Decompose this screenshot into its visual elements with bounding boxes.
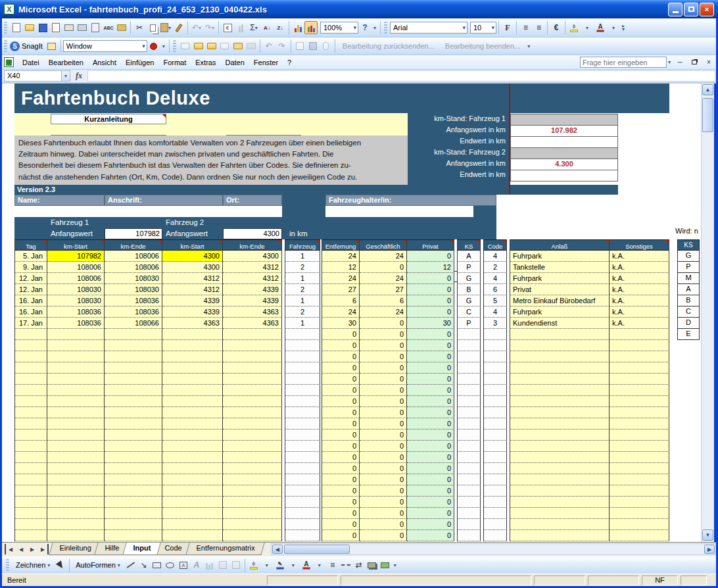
cell-privat[interactable]: 0: [407, 407, 454, 418]
tab-input[interactable]: Input: [123, 543, 161, 555]
cell-km_start2[interactable]: [162, 497, 223, 508]
cell-sonstiges[interactable]: [610, 340, 669, 351]
cell-ks[interactable]: [457, 374, 481, 385]
cell-fahrzeug[interactable]: [285, 497, 320, 508]
cell-km_ende1[interactable]: [105, 407, 162, 418]
cell-km_ende1[interactable]: 108030: [105, 273, 162, 284]
cell-km_start2[interactable]: [162, 385, 223, 396]
scroll-up-icon[interactable]: ▲: [702, 84, 713, 95]
cell-sonstiges[interactable]: [610, 374, 669, 385]
question-dropdown-icon[interactable]: ▾: [668, 59, 671, 65]
cell-sonstiges[interactable]: [610, 497, 669, 508]
cell-fahrzeug[interactable]: [285, 362, 320, 374]
cell-anlass[interactable]: [510, 418, 610, 429]
cell-km_start1[interactable]: 108036: [47, 306, 105, 318]
undo-icon[interactable]: ↶▾: [190, 21, 203, 34]
column-header[interactable]: Anlaß: [510, 239, 610, 251]
cell-fahrzeug[interactable]: [285, 385, 320, 396]
cell-km_ende2[interactable]: [223, 508, 282, 519]
cell-km_start2[interactable]: [162, 452, 223, 463]
scroll-left-icon[interactable]: ◀: [272, 545, 283, 554]
cell-km_ende1[interactable]: [105, 508, 162, 519]
cell-km_start1[interactable]: [47, 429, 105, 441]
cell-km_ende2[interactable]: 4312: [223, 262, 282, 273]
column-header[interactable]: Privat: [407, 239, 454, 251]
scroll-right-icon[interactable]: ▶: [704, 545, 715, 554]
cell-sonstiges[interactable]: [610, 519, 669, 530]
name-box-dropdown-icon[interactable]: ▾: [62, 70, 70, 82]
previous-comment-icon[interactable]: [192, 39, 205, 53]
cell-km_ende2[interactable]: [223, 429, 282, 441]
cell-entfernung[interactable]: 24: [322, 251, 360, 262]
previous-sheet-icon[interactable]: ◀: [16, 544, 26, 554]
cell-code[interactable]: 3: [483, 318, 507, 329]
fill-color-dropdown-icon[interactable]: ▾: [581, 21, 594, 34]
column-header[interactable]: km-Start: [162, 239, 223, 251]
cell-entfernung[interactable]: 0: [322, 474, 360, 485]
cell-km_ende1[interactable]: [105, 497, 162, 508]
cell-privat[interactable]: 0: [407, 452, 454, 463]
cell-tag[interactable]: [14, 463, 47, 474]
cell-ks[interactable]: [457, 463, 481, 474]
cell-km_start1[interactable]: [47, 485, 105, 497]
sort-ascending-icon[interactable]: A↓: [260, 21, 274, 34]
cell-geschaeftlich[interactable]: 0: [360, 385, 407, 396]
cell-privat[interactable]: 0: [407, 251, 454, 262]
cell-km_ende1[interactable]: [105, 418, 162, 429]
cell-km_ende1[interactable]: [105, 396, 162, 407]
cell-code[interactable]: [483, 429, 507, 441]
cell-km_start2[interactable]: 4312: [162, 273, 223, 284]
cell-geschaeftlich[interactable]: 0: [360, 262, 407, 273]
cell-ks[interactable]: [457, 497, 481, 508]
cell-tag[interactable]: 16. Jan: [14, 306, 47, 318]
toolbar-options-chevron[interactable]: ▾: [371, 21, 378, 34]
next-change-icon[interactable]: ↷: [275, 39, 289, 53]
cell-km_start1[interactable]: [47, 418, 105, 429]
cell-km_start2[interactable]: 4312: [162, 284, 223, 295]
cell-entfernung[interactable]: 24: [322, 306, 360, 318]
column-header[interactable]: Tag: [14, 239, 47, 251]
cell-km_start2[interactable]: 4339: [162, 306, 223, 318]
cell-fahrzeug[interactable]: 2: [285, 284, 320, 295]
cell-geschaeftlich[interactable]: 27: [360, 284, 407, 295]
snagit-mode-combo[interactable]: Window▾: [63, 40, 147, 52]
cell-km_ende1[interactable]: 108030: [105, 284, 162, 295]
cell-tag[interactable]: 9. Jan: [14, 262, 47, 273]
print-icon[interactable]: [76, 21, 89, 34]
cell-sonstiges[interactable]: [610, 474, 669, 485]
cell-tag[interactable]: [14, 452, 47, 463]
anschrift-header-cell[interactable]: Anschrift:: [105, 195, 223, 206]
cell-tag[interactable]: [14, 485, 47, 497]
zeichnen-button[interactable]: Zeichnen▾: [12, 560, 54, 570]
cell-ks[interactable]: [457, 519, 481, 530]
cell-code[interactable]: [483, 530, 507, 541]
cell-km_ende2[interactable]: 4312: [223, 273, 282, 284]
cell-geschaeftlich[interactable]: 0: [360, 362, 407, 374]
cell-km_ende2[interactable]: [223, 463, 282, 474]
cell-tag[interactable]: [14, 374, 47, 385]
cell-ks[interactable]: P: [457, 318, 481, 329]
workbook-minimize-icon[interactable]: ─: [675, 57, 685, 67]
cell-sonstiges[interactable]: k.A.: [610, 251, 669, 262]
cell-km_start1[interactable]: 107982: [47, 251, 105, 262]
cell-ks[interactable]: [457, 508, 481, 519]
menu-item[interactable]: Bearbeiten: [44, 57, 88, 68]
cell-privat[interactable]: 0: [407, 273, 454, 284]
cell-fahrzeug[interactable]: [285, 407, 320, 418]
cell-km_start1[interactable]: [47, 340, 105, 351]
cell-geschaeftlich[interactable]: 0: [360, 374, 407, 385]
cell-geschaeftlich[interactable]: 6: [360, 295, 407, 306]
cell-tag[interactable]: [14, 385, 47, 396]
cell-sonstiges[interactable]: k.A.: [610, 284, 669, 295]
end-edit-button[interactable]: Bearbeitung beenden...: [440, 41, 525, 51]
autosum-icon[interactable]: Σ▾: [247, 21, 260, 34]
cell-km_ende1[interactable]: [105, 429, 162, 441]
cell-fahrzeug[interactable]: 1: [285, 251, 320, 262]
cell-km_start2[interactable]: [162, 474, 223, 485]
cell-ks[interactable]: P: [457, 262, 481, 273]
cell-entfernung[interactable]: 0: [322, 519, 360, 530]
tab-entfernungsmatrix[interactable]: Entfernungsmatrix: [185, 543, 265, 555]
cell-entfernung[interactable]: 12: [322, 262, 360, 273]
cell-km_ende1[interactable]: [105, 463, 162, 474]
cell-privat[interactable]: 0: [407, 463, 454, 474]
